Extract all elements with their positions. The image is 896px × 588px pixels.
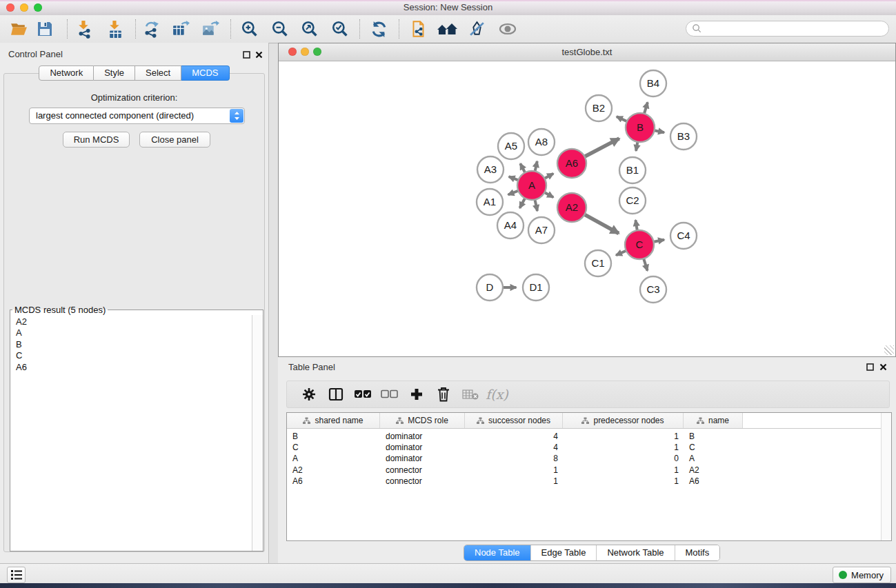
table-row-b[interactable]: Bdominator41B xyxy=(287,431,882,442)
graph-node-a7[interactable]: A7 xyxy=(528,217,555,243)
import-network-button[interactable] xyxy=(72,18,96,40)
cell-shared-name[interactable]: A6 xyxy=(287,476,380,487)
column-header-name[interactable]: name xyxy=(684,413,743,428)
graph-node-b1[interactable]: B1 xyxy=(619,157,646,183)
graph-node-a4[interactable]: A4 xyxy=(497,212,524,239)
table-scrollbar[interactable] xyxy=(881,413,891,540)
export-table-button[interactable] xyxy=(168,18,192,40)
table-row-a[interactable]: Adominator80A xyxy=(287,453,882,464)
cell-successor-nodes[interactable]: 4 xyxy=(465,431,563,442)
cell-successor-nodes[interactable]: 4 xyxy=(465,442,563,453)
cell-predecessor-nodes[interactable]: 1 xyxy=(563,465,684,476)
minimize-traffic-light[interactable] xyxy=(20,3,28,12)
search-input[interactable] xyxy=(706,23,888,34)
column-header-mcds-role[interactable]: MCDS role xyxy=(380,413,465,428)
network-graph[interactable]: B4B2BB3A5A8A6A3B1AA1C2A2A4A7C4CC1C3DD1 xyxy=(279,61,895,356)
cell-predecessor-nodes[interactable]: 0 xyxy=(563,453,684,464)
close-panel-button[interactable]: Close panel xyxy=(139,132,210,148)
table-row-a2[interactable]: A2connector11A2 xyxy=(287,465,882,476)
deselect-all-button[interactable] xyxy=(376,389,403,399)
add-column-button[interactable] xyxy=(403,387,430,401)
zoom-selected-button[interactable] xyxy=(328,18,352,40)
graph-node-b2[interactable]: B2 xyxy=(586,95,612,121)
select-all-button[interactable] xyxy=(349,389,376,399)
hide-style-button[interactable] xyxy=(465,18,488,40)
cell-name[interactable]: A xyxy=(684,453,743,464)
result-item-b[interactable]: B xyxy=(12,339,250,350)
tab-motifs[interactable]: Motifs xyxy=(675,545,720,560)
table-row-c[interactable]: Cdominator41C xyxy=(287,442,882,453)
cell-name[interactable]: A2 xyxy=(684,465,743,476)
tab-edge-table[interactable]: Edge Table xyxy=(530,545,597,560)
graph-node-a6[interactable]: A6 xyxy=(557,149,586,178)
result-item-c[interactable]: C xyxy=(12,350,250,361)
cell-mcds-role[interactable]: dominator xyxy=(380,431,465,442)
close-panel-icon[interactable] xyxy=(879,363,887,371)
home-reset-layout-button[interactable] xyxy=(435,18,459,40)
tab-style[interactable]: Style xyxy=(94,65,135,81)
cell-mcds-role[interactable]: dominator xyxy=(380,453,465,464)
graph-node-a3[interactable]: A3 xyxy=(477,156,504,183)
close-traffic-light[interactable] xyxy=(6,3,14,12)
cell-shared-name[interactable]: B xyxy=(287,431,380,442)
cell-successor-nodes[interactable]: 1 xyxy=(465,465,563,476)
graph-node-d[interactable]: D xyxy=(477,274,503,301)
cell-mcds-role[interactable]: connector xyxy=(380,465,465,476)
zoom-traffic-light[interactable] xyxy=(313,48,321,56)
tab-network-table[interactable]: Network Table xyxy=(596,545,674,560)
cell-name[interactable]: C xyxy=(684,442,743,453)
cell-mcds-role[interactable]: connector xyxy=(380,476,465,487)
graph-node-c3[interactable]: C3 xyxy=(640,276,666,303)
show-columns-button[interactable] xyxy=(322,387,349,402)
zoom-fit-button[interactable] xyxy=(298,18,321,40)
window-resize-grip[interactable] xyxy=(884,345,894,355)
column-header-successor-nodes[interactable]: successor nodes xyxy=(465,413,563,428)
save-session-button[interactable] xyxy=(33,18,57,40)
float-panel-icon[interactable] xyxy=(866,363,874,371)
cell-mcds-role[interactable]: dominator xyxy=(380,442,465,453)
graph-node-c4[interactable]: C4 xyxy=(670,223,697,249)
graph-node-b3[interactable]: B3 xyxy=(670,123,697,150)
memory-button[interactable]: Memory xyxy=(833,567,891,583)
cell-predecessor-nodes[interactable]: 1 xyxy=(563,442,684,453)
export-network-button[interactable] xyxy=(139,18,163,40)
task-history-button[interactable] xyxy=(7,567,26,583)
cell-successor-nodes[interactable]: 1 xyxy=(465,476,563,487)
graph-node-a8[interactable]: A8 xyxy=(528,129,555,155)
result-item-a[interactable]: A xyxy=(12,327,250,338)
column-header-shared-name[interactable]: shared name xyxy=(287,413,380,428)
show-hide-graphics-button[interactable] xyxy=(496,18,519,40)
zoom-in-button[interactable] xyxy=(238,18,261,40)
result-scrollbar[interactable] xyxy=(252,315,263,551)
graph-node-d1[interactable]: D1 xyxy=(523,274,549,301)
export-image-button[interactable] xyxy=(198,18,221,40)
cell-name[interactable]: B xyxy=(684,431,743,442)
cell-shared-name[interactable]: A2 xyxy=(287,465,380,476)
minimize-traffic-light[interactable] xyxy=(301,48,309,56)
cell-shared-name[interactable]: C xyxy=(287,442,380,453)
zoom-traffic-light[interactable] xyxy=(34,3,42,12)
new-network-button[interactable] xyxy=(407,18,430,40)
close-traffic-light[interactable] xyxy=(288,48,297,56)
tab-network[interactable]: Network xyxy=(39,65,94,81)
cell-name[interactable]: A6 xyxy=(684,476,743,487)
delete-column-button[interactable] xyxy=(430,387,457,402)
graph-node-a2[interactable]: A2 xyxy=(557,193,586,222)
open-session-button[interactable] xyxy=(7,18,30,40)
close-panel-icon[interactable] xyxy=(255,50,263,59)
graph-node-a1[interactable]: A1 xyxy=(477,189,503,215)
result-item-a6[interactable]: A6 xyxy=(12,362,250,373)
cell-successor-nodes[interactable]: 8 xyxy=(465,453,563,464)
refresh-view-button[interactable] xyxy=(367,18,390,40)
zoom-out-button[interactable] xyxy=(268,18,292,40)
result-item-a2[interactable]: A2 xyxy=(12,316,250,327)
graph-node-c2[interactable]: C2 xyxy=(619,187,646,214)
graph-node-a[interactable]: A xyxy=(517,171,546,200)
cell-shared-name[interactable]: A xyxy=(287,453,380,464)
column-header-predecessor-nodes[interactable]: predecessor nodes xyxy=(563,413,684,428)
import-table-button[interactable] xyxy=(103,18,127,40)
tab-node-table[interactable]: Node Table xyxy=(464,545,530,560)
tab-mcds[interactable]: MCDS xyxy=(181,65,229,81)
cell-predecessor-nodes[interactable]: 1 xyxy=(563,431,684,442)
table-settings-button[interactable] xyxy=(295,387,322,402)
